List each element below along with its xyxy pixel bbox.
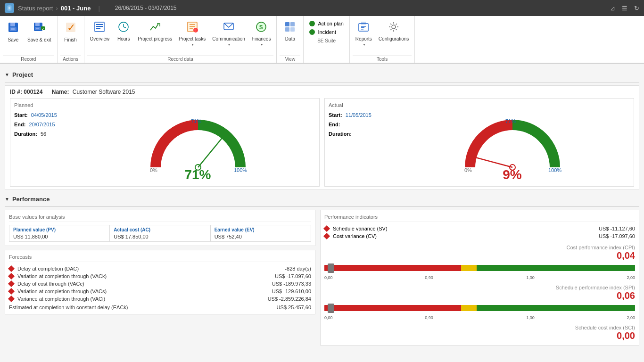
svg-rect-29 xyxy=(290,22,295,26)
finish-button[interactable]: ✓ Finish xyxy=(60,19,81,44)
spi-section: Schedule performance index (SPI) 0,06 0,… xyxy=(324,285,635,320)
sci-value: 0,00 xyxy=(324,330,635,341)
planned-title: Planned xyxy=(14,102,315,108)
forecast-note-value: US$ 25.457,60 xyxy=(277,304,311,310)
planned-duration-value: 56 xyxy=(41,131,46,137)
svg-text:0%: 0% xyxy=(150,167,157,173)
pv-value: US$ 11.880,00 xyxy=(13,234,106,239)
pin-icon[interactable]: ⊿ xyxy=(610,5,615,12)
forecast-note-row: Estimated at completion with constant de… xyxy=(9,304,311,310)
communication-button[interactable]: Communication xyxy=(209,19,248,48)
configurations-icon xyxy=(388,21,400,35)
forecast-value-2: US$ -189.973,33 xyxy=(255,281,311,287)
project-tasks-button[interactable]: ! Project tasks xyxy=(176,19,208,48)
pv-label: Planned value (PV) xyxy=(13,227,106,232)
planned-start-value: 04/05/2015 xyxy=(31,112,57,118)
base-values-panel: Base values for analysis Planned value (… xyxy=(5,210,315,246)
performance-toggle[interactable]: ▼ xyxy=(5,197,9,202)
cpi-section: Cost performance index (CPI) 0,04 0,00 0… xyxy=(324,245,635,280)
id-label: ID #: xyxy=(10,89,22,95)
hours-button[interactable]: Hours xyxy=(113,19,134,43)
forecast-row-1: Variation at completion through (VACk) U… xyxy=(9,272,311,280)
cpi-bar-label-1: 0,90 xyxy=(425,275,433,280)
svg-line-45 xyxy=(472,156,512,167)
actual-end-label: End: xyxy=(329,122,340,127)
configurations-button[interactable]: Configurations xyxy=(376,19,412,43)
data-label: Data xyxy=(285,36,295,41)
svg-line-18 xyxy=(124,27,126,28)
planned-content: Start: 04/05/2015 End: 20/07/2015 Durati… xyxy=(14,111,315,182)
ribbon-group-view: Data View xyxy=(277,16,304,63)
sci-section: Schedule cost index (SCI) 0,00 xyxy=(324,325,635,341)
data-icon xyxy=(284,21,296,35)
overview-icon xyxy=(93,21,106,35)
refresh-icon[interactable]: ↻ xyxy=(634,5,639,12)
forecast-diamond-0 xyxy=(8,265,15,272)
forecast-label-2: Delay of cost through (VACc) xyxy=(17,281,255,287)
spi-bar-label-0: 0,00 xyxy=(324,315,333,320)
pv-cell: Planned value (PV) US$ 11.880,00 xyxy=(9,225,110,241)
project-section-header: ▼ Project xyxy=(5,71,639,78)
planned-panel: Planned Start: 04/05/2015 End: 20/07/201… xyxy=(10,98,320,187)
reports-button[interactable]: Reports xyxy=(353,19,375,48)
forecast-diamond-2 xyxy=(8,280,15,287)
actual-gauge-container: 0% 100% 71% 9% xyxy=(395,111,630,182)
actual-gauge-label: 9% xyxy=(503,167,521,182)
svg-rect-35 xyxy=(361,29,363,30)
spi-bar-label-1: 0,90 xyxy=(425,315,433,320)
ribbon-group-tools: Reports Configurations Tools xyxy=(350,16,415,63)
actual-title: Actual xyxy=(329,102,630,108)
svg-point-23 xyxy=(193,28,198,33)
performance-section-label: Performance xyxy=(12,196,50,203)
ac-value: US$ 17.850,00 xyxy=(114,234,206,239)
performance-row: Base values for analysis Planned value (… xyxy=(5,210,639,346)
data-button[interactable]: Data xyxy=(280,19,300,43)
breadcrumb-status-report[interactable]: Status report xyxy=(18,5,53,12)
overview-button[interactable]: Overview xyxy=(87,19,113,43)
forecast-diamond-4 xyxy=(8,296,15,302)
date-range: 26/06/2015 - 03/07/2015 xyxy=(115,5,177,11)
breadcrumb-current: 001 - June xyxy=(61,5,91,12)
save-exit-button[interactable]: ✓ Save & exit xyxy=(25,19,54,44)
forecast-row-2: Delay of cost through (VACc) US$ -189.97… xyxy=(9,280,311,288)
pi-row-1: Cost variance (CV) US$ -17.097,60 xyxy=(324,232,635,240)
ribbon-group-record-data: Overview Hours xyxy=(84,16,277,63)
svg-rect-33 xyxy=(361,26,366,27)
forecast-value-4: US$ -2.859.226,84 xyxy=(255,296,311,302)
save-exit-label: Save & exit xyxy=(27,37,51,42)
planned-gauge-container: 0% 100% 71% 71% xyxy=(80,111,315,182)
spi-bar-marker xyxy=(328,304,334,313)
actual-start-value: 11/05/2015 xyxy=(346,112,372,118)
action-plan-button[interactable]: Action plan xyxy=(307,20,345,27)
project-id-name: ID #: 000124 Name: Customer Software 201… xyxy=(10,89,634,95)
svg-rect-30 xyxy=(285,27,289,32)
forecast-value-1: US$ -17.097,60 xyxy=(255,273,311,279)
cpi-label: Cost performance index (CPI) xyxy=(324,245,635,250)
svg-rect-3 xyxy=(11,28,15,30)
finances-label: Finances xyxy=(252,36,271,41)
hours-icon xyxy=(117,21,130,35)
planned-end-value: 20/07/2015 xyxy=(29,122,55,127)
finances-button[interactable]: $ Finances xyxy=(249,19,274,48)
incident-button[interactable]: Incident xyxy=(307,28,345,36)
forecast-label-0: Delay at completion (DAC) xyxy=(17,266,255,272)
svg-rect-14 xyxy=(96,26,103,27)
save-button[interactable]: Save xyxy=(3,19,24,44)
svg-rect-15 xyxy=(96,28,100,29)
performance-section-header: ▼ Performance xyxy=(5,196,639,203)
forecast-label-3: Variation at completion through (VACs) xyxy=(17,288,255,294)
record-group-label: Record xyxy=(3,55,54,62)
communication-label: Communication xyxy=(212,36,245,41)
project-toggle[interactable]: ▼ xyxy=(5,72,9,77)
main-content: ▼ Project ID #: 000124 Name: Customer So… xyxy=(0,64,644,362)
project-progress-label: Project progress xyxy=(138,36,172,41)
project-section-label: Project xyxy=(12,71,33,78)
project-progress-button[interactable]: Project progress xyxy=(135,19,175,43)
svg-rect-34 xyxy=(361,27,364,28)
planned-gauge-label: 71% xyxy=(184,167,211,182)
menu-icon[interactable]: ☰ xyxy=(622,5,627,12)
ac-cell: Actual cost (AC) US$ 17.850,00 xyxy=(110,225,210,241)
pi-label-1: Cost variance (CV) xyxy=(333,233,599,239)
ribbon: Save ✓ Save & exit xyxy=(0,16,644,64)
forecast-label-4: Variance at completion through (VACi) xyxy=(17,296,255,302)
